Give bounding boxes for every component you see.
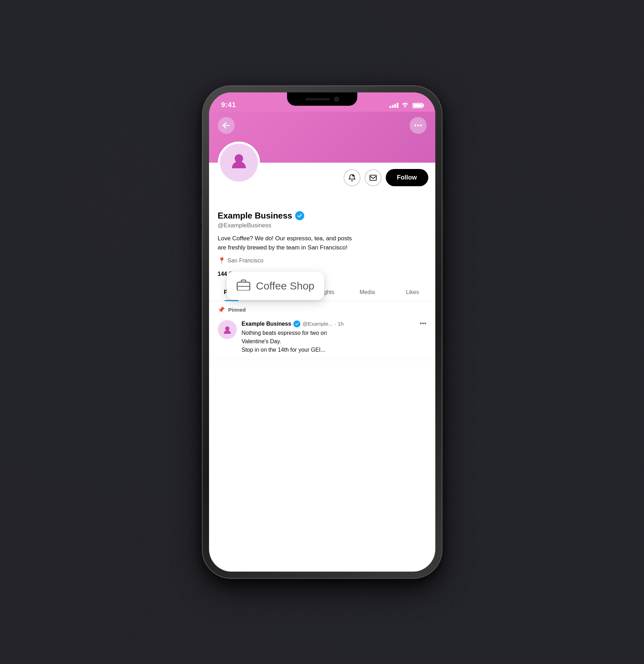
svg-point-0 bbox=[414, 125, 416, 126]
status-icons bbox=[389, 102, 423, 109]
post-avatar bbox=[218, 320, 237, 339]
posts-section: 📌 Pinned Example Business bbox=[209, 301, 435, 360]
category-label: Coffee Shop bbox=[256, 280, 314, 292]
post-line-1: Nothing beats espresso for two on bbox=[242, 330, 327, 336]
svg-point-7 bbox=[225, 326, 229, 331]
bio-line-2: are freshly brewed by the team in San Fr… bbox=[218, 244, 347, 251]
post-content: Example Business @Example... · 1h ••• bbox=[242, 320, 427, 354]
post-handle: @Example... bbox=[303, 321, 333, 327]
phone-frame: 9:41 bbox=[203, 86, 442, 578]
avatar-person-icon bbox=[229, 151, 249, 175]
signal-bars bbox=[389, 103, 398, 108]
back-button[interactable] bbox=[218, 117, 235, 134]
location-icon: 📍 bbox=[218, 257, 226, 265]
pinned-header: 📌 Pinned bbox=[209, 301, 435, 317]
post-verified-badge bbox=[293, 320, 300, 327]
profile-info: Example Business @ExampleBusiness Love C… bbox=[209, 186, 435, 265]
svg-rect-6 bbox=[370, 175, 376, 180]
category-tooltip: Coffee Shop bbox=[227, 272, 324, 300]
pin-icon: 📌 bbox=[218, 306, 225, 313]
signal-bar-3 bbox=[394, 104, 396, 108]
message-button[interactable] bbox=[365, 169, 382, 186]
profile-name-row: Example Business bbox=[218, 211, 427, 221]
avatar-container bbox=[218, 142, 260, 184]
status-time: 9:41 bbox=[221, 101, 236, 109]
post-more-button[interactable]: ••• bbox=[420, 320, 427, 327]
svg-point-1 bbox=[417, 125, 419, 126]
phone-screen: 9:41 bbox=[209, 92, 435, 572]
profile-name: Example Business bbox=[218, 211, 292, 221]
avatar-ring bbox=[218, 142, 260, 184]
following-count: 144 bbox=[218, 271, 227, 277]
follow-button[interactable]: Follow bbox=[386, 169, 428, 186]
wifi-icon bbox=[401, 102, 409, 109]
profile-handle: @ExampleBusiness bbox=[218, 222, 427, 229]
post-header-row: Example Business @Example... · 1h ••• bbox=[242, 320, 427, 327]
notch bbox=[287, 92, 357, 106]
tab-likes[interactable]: Likes bbox=[390, 284, 435, 301]
tab-media[interactable]: Media bbox=[345, 284, 390, 301]
volume-up-button[interactable] bbox=[200, 195, 203, 223]
more-options-button[interactable] bbox=[410, 117, 427, 134]
signal-bar-1 bbox=[389, 106, 391, 108]
svg-point-2 bbox=[420, 125, 422, 126]
bio-line-1: Love Coffee? We do! Our espresso, tea, a… bbox=[218, 235, 352, 242]
briefcase-icon bbox=[236, 278, 251, 294]
speaker bbox=[305, 98, 330, 100]
post-text: Nothing beats espresso for two on Valent… bbox=[242, 329, 427, 354]
post-line-2: Valentine's Day. bbox=[242, 338, 281, 344]
location-text: San Francisco bbox=[228, 258, 264, 264]
profile-bio: Love Coffee? We do! Our espresso, tea, a… bbox=[218, 234, 427, 252]
volume-down-button[interactable] bbox=[200, 230, 203, 258]
profile-section: + Follow Example Business bbox=[209, 163, 435, 360]
post-item: Example Business @Example... · 1h ••• bbox=[209, 317, 435, 360]
signal-bar-4 bbox=[397, 103, 398, 108]
verified-badge bbox=[295, 211, 304, 220]
notification-bell-button[interactable]: + bbox=[344, 169, 360, 186]
post-time: · 1h bbox=[335, 321, 344, 327]
battery-fill bbox=[414, 104, 422, 107]
svg-text:+: + bbox=[352, 175, 353, 176]
post-name-group: Example Business @Example... · 1h bbox=[242, 320, 344, 327]
power-button[interactable] bbox=[442, 198, 444, 241]
signal-bar-2 bbox=[392, 105, 393, 108]
avatar bbox=[220, 144, 258, 182]
battery-icon bbox=[412, 103, 423, 108]
mute-button[interactable] bbox=[200, 167, 203, 186]
post-line-3: Stop in on the 14th for your GEI... bbox=[242, 347, 325, 353]
camera bbox=[334, 97, 339, 102]
post-author-name: Example Business bbox=[242, 321, 291, 327]
pinned-label: Pinned bbox=[228, 307, 246, 313]
profile-location: 📍 San Francisco bbox=[218, 257, 427, 265]
